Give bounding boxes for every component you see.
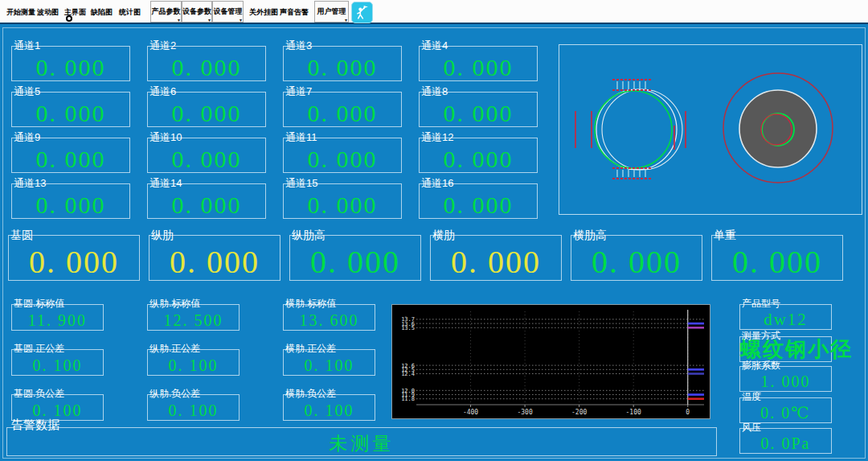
channel-box-value: 0. 000 xyxy=(420,146,537,172)
measure-box-label: 横肋高 xyxy=(573,229,607,241)
channel-box-label: 通道3 xyxy=(285,40,312,51)
btn-user-management-label: 用户管理 xyxy=(317,6,346,17)
measure-box: 横肋高0. 000 xyxy=(571,235,702,281)
info-box-label: 膨胀系数 xyxy=(742,360,780,370)
channel-box: 通道80. 000 xyxy=(419,92,538,127)
channel-box: 通道90. 000 xyxy=(11,138,130,173)
menu-wave-chart[interactable]: 波动图 xyxy=(37,7,59,18)
cross-section-display xyxy=(559,44,862,215)
dropdown-arrow-icon[interactable]: ▾ xyxy=(345,18,347,23)
param-box-label: 纵肋.正公差 xyxy=(149,344,200,353)
channel-box: 通道30. 000 xyxy=(283,46,402,81)
channel-box-value: 0. 000 xyxy=(148,55,265,80)
param-box: 横肋.正公差0. 100 xyxy=(283,349,375,376)
btn-device-management[interactable]: 设备管理 ▾ xyxy=(212,1,244,23)
active-screen-indicator-icon xyxy=(66,15,72,22)
param-box-label: 纵肋.负公差 xyxy=(149,389,200,398)
channel-box: 通道160. 000 xyxy=(419,183,538,219)
alarm-status-box: 未测量 xyxy=(6,427,717,456)
channel-box-label: 通道4 xyxy=(421,40,448,51)
measure-box: 纵肋0. 000 xyxy=(149,235,280,281)
channel-box-value: 0. 000 xyxy=(284,101,401,126)
btn-device-params[interactable]: 设备参数 ▾ xyxy=(182,1,212,23)
info-box: 膨胀系数1. 000 xyxy=(739,366,832,392)
param-box-label: 纵肋.标称值 xyxy=(149,298,200,308)
dropdown-arrow-icon[interactable]: ▾ xyxy=(178,18,180,23)
dropdown-arrow-icon[interactable]: ▾ xyxy=(240,18,242,23)
param-box-label: 横肋.负公差 xyxy=(285,389,336,398)
info-box-value: 0. 0℃ xyxy=(740,405,831,422)
channel-box-value: 0. 000 xyxy=(284,192,401,218)
measure-box: 横肋0. 000 xyxy=(430,235,562,281)
end-view xyxy=(723,73,833,183)
channel-box-label: 通道6 xyxy=(149,86,176,97)
param-box: 纵肋.标称值12. 500 xyxy=(147,304,240,331)
btn-product-params-label: 产品参数 xyxy=(152,6,181,17)
alarm-data-label: 告警数据 xyxy=(11,418,59,433)
channel-box-label: 通道14 xyxy=(149,178,182,188)
svg-text:-200: -200 xyxy=(571,409,587,416)
param-box-value: 0. 100 xyxy=(148,357,239,374)
svg-text:12.4: 12.4 xyxy=(401,371,415,377)
channel-box-label: 通道5 xyxy=(14,86,40,97)
channel-box-label: 通道12 xyxy=(421,132,453,142)
channel-box: 通道130. 000 xyxy=(11,183,130,219)
channel-box: 通道70. 000 xyxy=(283,92,402,127)
channel-box: 通道110. 000 xyxy=(283,138,402,173)
param-box-value: 0. 100 xyxy=(284,357,375,374)
trend-chart-graphics: -400-300-200-100013.713.613.512.612.512.… xyxy=(392,305,710,418)
menu-defect-chart[interactable]: 缺陷图 xyxy=(91,7,113,18)
channel-box-label: 通道8 xyxy=(421,86,448,97)
menu-close-external-chart[interactable]: 关外挂图 xyxy=(249,7,278,18)
measure-box-value: 0. 000 xyxy=(571,245,702,279)
param-box-value: 0. 100 xyxy=(148,402,239,419)
btn-device-management-label: 设备管理 xyxy=(214,6,243,17)
btn-device-params-label: 设备参数 xyxy=(182,6,211,17)
channel-box: 通道50. 000 xyxy=(11,92,130,127)
channel-box-value: 0. 000 xyxy=(284,55,401,80)
param-box-value: 0. 100 xyxy=(12,402,103,419)
channel-box: 通道120. 000 xyxy=(419,138,538,173)
info-box-label: 产品型号 xyxy=(742,298,780,308)
measure-box: 基圆0. 000 xyxy=(8,235,140,281)
info-box: 温度0. 0℃ xyxy=(739,397,832,423)
menu-start-measurement[interactable]: 开始测量 xyxy=(6,7,35,18)
measure-box-value: 0. 000 xyxy=(712,245,842,279)
svg-text:11.8: 11.8 xyxy=(401,396,415,402)
param-box-label: 横肋.正公差 xyxy=(285,344,336,353)
svg-text:0: 0 xyxy=(686,409,690,416)
btn-product-params[interactable]: 产品参数 ▾ xyxy=(150,1,182,23)
svg-text:-100: -100 xyxy=(626,409,641,416)
measure-box: 纵肋高0. 000 xyxy=(289,235,421,281)
measure-box-value: 0. 000 xyxy=(431,245,561,279)
tolerance-trend-chart: -400-300-200-100013.713.613.512.612.512.… xyxy=(391,304,710,419)
svg-text:-400: -400 xyxy=(463,409,478,416)
measure-box-label: 横肋 xyxy=(432,229,455,241)
info-box-label: 温度 xyxy=(742,392,761,401)
param-box-label: 基圆.负公差 xyxy=(14,389,64,398)
measurement-status: 未测量 xyxy=(330,433,395,454)
channel-box-label: 通道2 xyxy=(149,40,176,51)
person-with-flag-glyph xyxy=(354,4,371,21)
rib-ticks-top xyxy=(617,81,645,89)
measure-box-label: 纵肋高 xyxy=(292,229,326,241)
channel-box-label: 通道11 xyxy=(285,132,317,142)
info-box: 产品型号dw12 xyxy=(739,304,832,330)
person-with-flag-icon[interactable] xyxy=(351,2,373,23)
dropdown-arrow-icon[interactable]: ▾ xyxy=(208,18,211,23)
channel-box: 通道10. 000 xyxy=(11,46,130,81)
btn-user-management[interactable]: 用户管理 ▾ xyxy=(314,1,349,23)
menu-statistics-chart[interactable]: 统计图 xyxy=(119,7,141,18)
info-box: 测量方式螺纹钢小径 xyxy=(739,336,832,362)
channel-box-value: 0. 000 xyxy=(420,55,537,80)
channel-box-value: 0. 000 xyxy=(420,192,537,218)
menu-sound-alarm[interactable]: 声音告警 xyxy=(280,7,309,18)
channel-box-value: 0. 000 xyxy=(12,146,129,172)
channel-box-value: 0. 000 xyxy=(420,101,537,126)
measure-box: 单重0. 000 xyxy=(711,235,843,281)
info-box-label: 风压 xyxy=(742,422,761,432)
channel-box: 通道40. 000 xyxy=(419,46,538,81)
channel-box: 通道100. 000 xyxy=(147,138,266,173)
measure-box-value: 0. 000 xyxy=(149,245,280,279)
param-box-value: 11. 900 xyxy=(12,312,103,329)
